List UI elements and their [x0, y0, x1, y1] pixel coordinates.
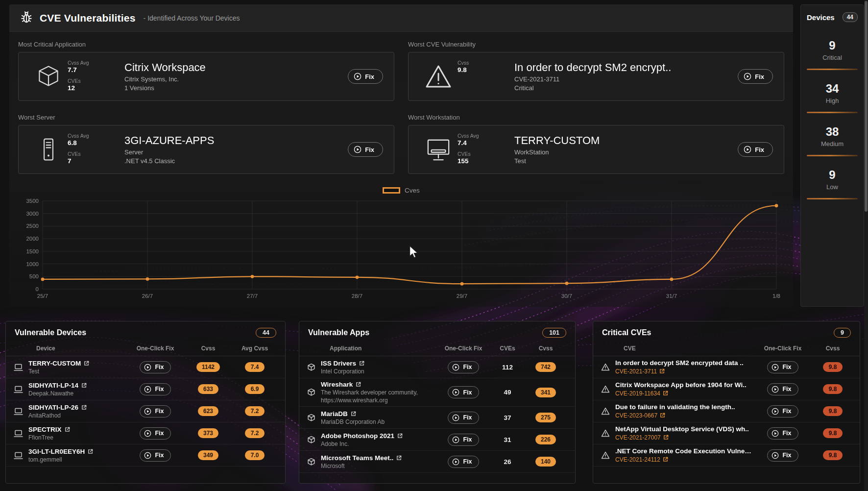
external-link-icon[interactable]: [359, 361, 364, 366]
package-icon: [307, 436, 315, 444]
package-icon: [307, 388, 315, 396]
fix-button[interactable]: Fix: [448, 412, 479, 424]
cves-count: 112: [502, 364, 513, 371]
stat-value: 12: [68, 84, 121, 93]
svg-text:31/7: 31/7: [666, 293, 677, 299]
legend-label: Cves: [405, 187, 420, 194]
cvss-badge: 275: [535, 413, 556, 422]
cve-id-link[interactable]: CVE-2023-0667: [615, 412, 665, 419]
external-link-icon[interactable]: [88, 449, 93, 454]
svg-text:500: 500: [29, 273, 39, 279]
fix-button[interactable]: Fix: [767, 405, 798, 417]
fix-button[interactable]: Fix: [738, 69, 773, 84]
card-label: Worst Workstation: [408, 114, 784, 121]
cvss-badge: 140: [535, 457, 556, 466]
vulnerable-devices-rows: TERRY-CUSTOM Test Fix: [6, 356, 285, 466]
table-row: MariaDB MariaDB Corporation Ab: [299, 407, 575, 429]
device-subtitle: FfionTree: [28, 434, 70, 441]
play-icon: [772, 408, 779, 415]
play-icon: [772, 452, 779, 459]
laptop-icon: [14, 385, 23, 393]
summary-card-worst-cve-vulnerability: Worst CVE Vulnerability Cvss 9.8 In orde…: [408, 41, 784, 101]
cves-count: 26: [504, 458, 511, 466]
external-link-icon[interactable]: [397, 433, 403, 439]
cvss-badge: 9.8: [823, 428, 843, 438]
external-link-icon: [660, 413, 665, 418]
stat-divider: [807, 198, 858, 199]
svg-text:3000: 3000: [26, 211, 39, 217]
stat-value: 6.8: [68, 139, 121, 147]
fix-button[interactable]: Fix: [448, 386, 479, 398]
external-link-icon[interactable]: [81, 383, 87, 388]
external-link-icon[interactable]: [356, 382, 361, 387]
laptop-icon: [14, 407, 23, 416]
package-icon: [29, 64, 68, 89]
laptop-icon: [14, 429, 23, 438]
table-row: SPECTRIX FfionTree Fix: [6, 422, 285, 444]
fix-button[interactable]: Fix: [448, 361, 479, 373]
warning-icon: [601, 429, 610, 437]
external-link-icon[interactable]: [65, 427, 70, 432]
fix-button[interactable]: Fix: [767, 427, 798, 440]
cve-id-link[interactable]: CVE-2021-24112: [615, 456, 668, 463]
devices-summary-panel: Devices 44 9 Critical 34 High 38 Medium …: [800, 4, 864, 307]
play-icon: [354, 146, 362, 153]
fix-button[interactable]: Fix: [140, 383, 170, 395]
package-icon: [307, 414, 315, 422]
fix-button[interactable]: Fix: [348, 142, 383, 157]
chart-legend-item[interactable]: Cves: [19, 187, 783, 194]
svg-text:26/7: 26/7: [142, 293, 153, 299]
cvss-badge: 9.8: [823, 406, 843, 416]
scrollbar: [864, 0, 868, 491]
app-name: Microsoft Teams Meet..: [321, 454, 393, 462]
external-link-icon[interactable]: [81, 405, 87, 410]
panel-count-badge: 101: [542, 328, 566, 338]
play-icon: [144, 452, 151, 459]
cve-id-link[interactable]: CVE-2019-11634: [615, 390, 668, 397]
fix-button[interactable]: Fix: [140, 449, 170, 462]
server-icon: [29, 136, 68, 163]
fix-button[interactable]: Fix: [448, 434, 479, 446]
card-line: .NET v4.5 Classic: [124, 157, 348, 165]
external-link-icon[interactable]: [396, 455, 402, 461]
fix-button[interactable]: Fix: [140, 427, 170, 440]
table-row: NetApp Virtual Desktop Service (VDS) wh.…: [593, 422, 860, 444]
summary-card-worst-workstation: Worst Workstation Cvss Avg 7.4 CVEs 155: [408, 114, 784, 174]
cve-id-link[interactable]: CVE-2021-3711: [615, 368, 665, 375]
app-name: Wireshark: [321, 381, 353, 388]
fix-button[interactable]: Fix: [140, 405, 170, 417]
cvss-badge: 633: [198, 384, 218, 394]
stat-label: CVEs: [68, 151, 121, 157]
external-link-icon[interactable]: [351, 411, 356, 417]
app-name: Adobe Photoshop 2021: [321, 432, 394, 440]
fix-button[interactable]: Fix: [767, 361, 798, 373]
stat-label: Cvss: [458, 60, 511, 66]
cvss-badge: 341: [535, 388, 556, 397]
device-subtitle: Test: [28, 368, 89, 375]
card-line: Citrix Systems, Inc.: [124, 75, 348, 83]
fix-button[interactable]: Fix: [767, 449, 798, 462]
cvss-badge: 1142: [196, 362, 220, 372]
card-label: Most Critical Application: [18, 41, 394, 48]
stat-label: CVEs: [458, 151, 511, 157]
external-link-icon[interactable]: [84, 361, 89, 366]
card-title: TERRY-CUSTOM: [514, 134, 738, 147]
table-row: Due to failure in validating the length.…: [593, 400, 860, 422]
device-subtitle: tom.gemmell: [28, 456, 93, 463]
device-name: SIDHYATI-LP-26: [28, 404, 78, 411]
cve-id-link[interactable]: CVE-2021-27007: [615, 434, 669, 441]
svg-text:30/7: 30/7: [561, 293, 572, 299]
svg-text:0: 0: [36, 286, 39, 292]
fix-button[interactable]: Fix: [448, 456, 479, 468]
fix-button[interactable]: Fix: [767, 383, 798, 395]
stat-divider: [807, 155, 858, 156]
fix-button[interactable]: Fix: [140, 361, 170, 373]
fix-button[interactable]: Fix: [348, 69, 383, 84]
svg-text:1/8: 1/8: [772, 293, 780, 299]
dashboard-page: CVE Vulnerabilities - Identified Across …: [0, 0, 868, 491]
warning-icon: [601, 407, 610, 415]
svg-text:2000: 2000: [26, 236, 39, 242]
vulnerable-apps-panel: Vulnerable Apps 101 Application One-Clic…: [299, 321, 576, 484]
fix-button[interactable]: Fix: [738, 142, 773, 157]
scrollbar-thumb[interactable]: [865, 1, 868, 212]
